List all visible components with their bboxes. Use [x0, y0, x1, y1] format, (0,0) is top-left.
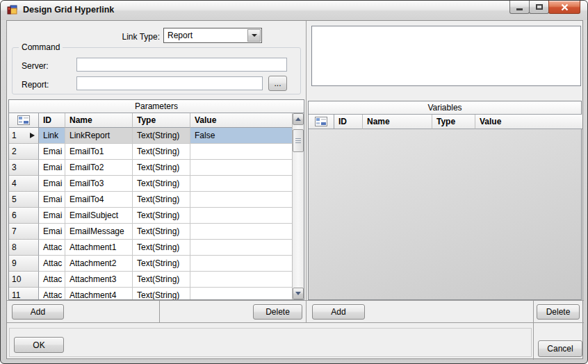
cell-type[interactable]: Text(String) [133, 192, 190, 208]
cell-type[interactable]: Text(String) [133, 144, 190, 160]
cell-type[interactable]: Text(String) [133, 288, 190, 299]
cell-id[interactable]: Emai [39, 192, 65, 208]
cancel-button[interactable]: Cancel [538, 340, 582, 357]
row-header-cell[interactable]: 4 [9, 176, 39, 192]
scroll-down-button[interactable] [293, 288, 304, 299]
table-row[interactable]: 2 Emai EmailTo1 Text(String) [9, 144, 293, 160]
row-header-cell[interactable]: 2 [9, 144, 39, 160]
cell-type[interactable]: Text(String) [133, 272, 190, 288]
select-all-cell[interactable] [9, 113, 39, 128]
cell-value[interactable] [190, 144, 293, 160]
right-panel-textbox[interactable] [311, 26, 581, 86]
parameters-delete-button[interactable]: Delete [253, 304, 302, 320]
table-row[interactable]: 8 Attac Attachment1 Text(String) [9, 240, 293, 256]
cell-value[interactable] [190, 160, 293, 176]
table-row[interactable]: 1 Link LinkReport Text(String) False [9, 128, 293, 144]
row-header-cell[interactable]: 1 [9, 128, 39, 144]
cell-type[interactable]: Text(String) [133, 160, 190, 176]
cell-name[interactable]: EmailTo1 [65, 144, 133, 160]
table-row[interactable]: 7 Emai EmailMessage Text(String) [9, 224, 293, 240]
table-row[interactable]: 4 Emai EmailTo3 Text(String) [9, 176, 293, 192]
row-header-cell[interactable]: 11 [9, 288, 39, 299]
row-header-cell[interactable]: 3 [9, 160, 39, 176]
cell-value[interactable] [190, 288, 293, 299]
column-header-value[interactable]: Value [190, 113, 293, 128]
table-row[interactable]: 9 Attac Attachment2 Text(String) [9, 256, 293, 272]
cell-value[interactable] [190, 224, 293, 240]
cell-name[interactable]: Attachment1 [65, 240, 133, 256]
cell-value[interactable]: False [190, 128, 293, 144]
scroll-up-button[interactable] [293, 113, 304, 125]
cell-name[interactable]: LinkReport [65, 128, 133, 144]
cell-id[interactable]: Attac [39, 240, 65, 256]
table-row[interactable]: 6 Emai EmailSubject Text(String) [9, 208, 293, 224]
cell-value[interactable] [190, 272, 293, 288]
cell-id[interactable]: Link [39, 128, 65, 144]
column-header-id[interactable]: ID [39, 113, 65, 128]
report-input[interactable] [76, 76, 263, 90]
variables-grid: Variables ID Name Type Value [308, 101, 582, 300]
cell-name[interactable]: EmailTo3 [65, 176, 133, 192]
cell-name[interactable]: EmailMessage [65, 224, 133, 240]
cell-name[interactable]: EmailTo4 [65, 192, 133, 208]
scrollbar-thumb[interactable] [293, 129, 304, 152]
parameters-scrollbar[interactable] [292, 113, 304, 299]
cell-type[interactable]: Text(String) [133, 128, 190, 144]
parameters-add-button[interactable]: Add [12, 304, 64, 320]
table-row[interactable]: 10 Attac Attachment3 Text(String) [9, 272, 293, 288]
column-header-name[interactable]: Name [363, 115, 432, 129]
title-bar[interactable]: Design Grid Hyperlink [1, 1, 587, 20]
cell-id[interactable]: Emai [39, 176, 65, 192]
table-row[interactable]: 5 Emai EmailTo4 Text(String) [9, 192, 293, 208]
table-row[interactable]: 11 Attac Attachment4 Text(String) [9, 288, 293, 299]
row-header-cell[interactable]: 9 [9, 256, 39, 272]
row-header-cell[interactable]: 10 [9, 272, 39, 288]
cell-value[interactable] [190, 256, 293, 272]
cell-name[interactable]: Attachment2 [65, 256, 133, 272]
cell-name[interactable]: Attachment3 [65, 272, 133, 288]
link-type-select[interactable]: Report [163, 28, 262, 43]
variables-delete-button[interactable]: Delete [537, 304, 580, 320]
cell-value[interactable] [190, 192, 293, 208]
combo-dropdown-button[interactable] [247, 29, 261, 42]
cell-name[interactable]: EmailSubject [65, 208, 133, 224]
cell-id[interactable]: Emai [39, 160, 65, 176]
column-header-type[interactable]: Type [432, 115, 475, 129]
row-header-cell[interactable]: 6 [9, 208, 39, 224]
cell-type[interactable]: Text(String) [133, 176, 190, 192]
row-header-cell[interactable]: 7 [9, 224, 39, 240]
column-header-value[interactable]: Value [475, 115, 582, 129]
browse-button[interactable]: ... [268, 76, 287, 91]
cell-name[interactable]: Attachment4 [65, 288, 133, 299]
row-header-cell[interactable]: 8 [9, 240, 39, 256]
cell-type[interactable]: Text(String) [133, 240, 190, 256]
close-button[interactable] [548, 1, 580, 14]
row-number: 8 [12, 242, 17, 252]
row-header-cell[interactable]: 5 [9, 192, 39, 208]
column-header-id[interactable]: ID [334, 115, 363, 129]
select-all-cell[interactable] [309, 115, 334, 129]
cell-type[interactable]: Text(String) [133, 224, 190, 240]
cell-id[interactable]: Attac [39, 288, 65, 299]
table-row[interactable]: 3 Emai EmailTo2 Text(String) [9, 160, 293, 176]
variables-add-button[interactable]: Add [312, 304, 365, 320]
cell-value[interactable] [190, 176, 293, 192]
cell-id[interactable]: Emai [39, 144, 65, 160]
chevron-down-icon [252, 34, 257, 37]
ok-button[interactable]: OK [14, 337, 64, 353]
cell-type[interactable]: Text(String) [133, 208, 190, 224]
cell-id[interactable]: Emai [39, 208, 65, 224]
cell-id[interactable]: Emai [39, 224, 65, 240]
maximize-button[interactable] [529, 1, 549, 14]
column-header-name[interactable]: Name [65, 113, 133, 128]
cell-id[interactable]: Attac [39, 256, 65, 272]
cell-type[interactable]: Text(String) [133, 256, 190, 272]
cell-id[interactable]: Attac [39, 272, 65, 288]
cell-value[interactable] [190, 240, 293, 256]
cell-value[interactable] [190, 208, 293, 224]
cell-name[interactable]: EmailTo2 [65, 160, 133, 176]
minimize-button[interactable] [509, 1, 530, 14]
variables-grid-body [309, 129, 581, 299]
column-header-type[interactable]: Type [133, 113, 190, 128]
server-input[interactable] [76, 58, 287, 72]
